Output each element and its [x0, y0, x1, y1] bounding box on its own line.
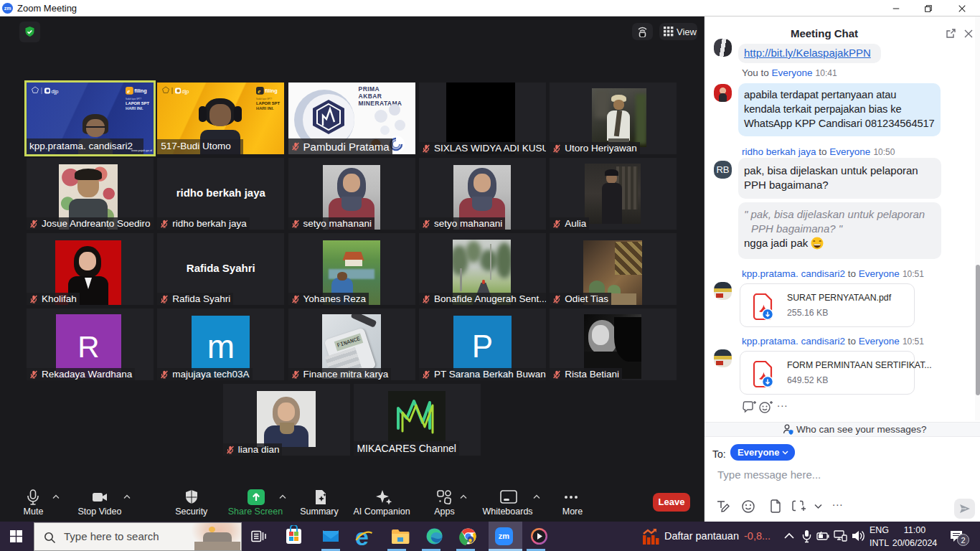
svg-text:LAPOR SPT: LAPOR SPT [126, 101, 149, 105]
svg-text:HARI INI.: HARI INI. [126, 106, 143, 110]
svg-text:filing: filing [134, 88, 146, 95]
svg-text:filing: filing [265, 88, 278, 95]
svg-text:HARI INI.: HARI INI. [256, 106, 274, 110]
svg-text:e: e [127, 88, 130, 95]
svg-text:djp: djp [182, 88, 189, 95]
svg-text:djp: djp [52, 88, 59, 95]
svg-text:e: e [355, 527, 369, 546]
svg-text:e: e [258, 88, 261, 95]
svg-text:LAPOR SPT: LAPOR SPT [256, 101, 280, 105]
